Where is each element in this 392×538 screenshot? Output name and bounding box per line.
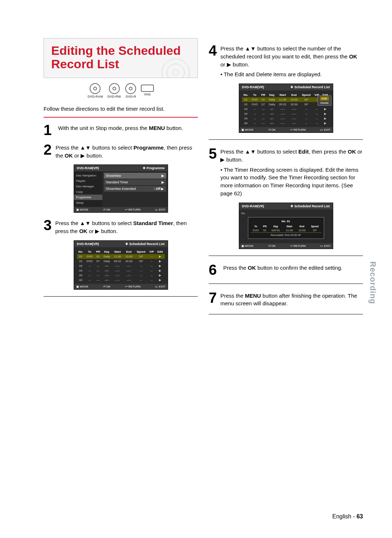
table-row[interactable]: 04-------/----:----:------▶ bbox=[242, 111, 330, 116]
nav-copy[interactable]: Copy bbox=[74, 189, 102, 195]
table-row[interactable]: 05-------/----:----:------▶ bbox=[77, 273, 165, 278]
badge-dvd-r: DVD-R bbox=[125, 83, 136, 98]
divider bbox=[44, 296, 198, 297]
nav-disc-manager[interactable]: Disc Manager bbox=[74, 184, 102, 189]
screen-record-list-popup: DVD-RAM(VR)❖ Scheduled Record List No.To… bbox=[239, 83, 333, 133]
step-3: 3 Press the ▲▼ buttons to select Standar… bbox=[44, 218, 198, 235]
edit-entry-title: No. 01 bbox=[250, 220, 322, 223]
edit-delete-popup: Edit Delete bbox=[318, 95, 331, 106]
screen-header: DVD-RAM(VR) bbox=[77, 166, 99, 170]
decorative-rings bbox=[161, 58, 190, 78]
step-number: 4 bbox=[209, 43, 217, 78]
popup-edit[interactable]: Edit bbox=[320, 97, 328, 101]
options-column: ShowView▶ Standard Timer▶ ShowView Exten… bbox=[102, 171, 168, 207]
popup-delete[interactable]: Delete bbox=[320, 101, 328, 105]
screen-hints: ▣ MOVE⏎ OK↩ RETURN▭ EXIT bbox=[74, 207, 168, 212]
edit-entry-box: No. 01 ToPRDayStartEndSpeed DVD 01 SAT01… bbox=[248, 217, 324, 239]
divider bbox=[209, 314, 363, 314]
step-2: 2 Press the ▲▼ buttons to select Program… bbox=[44, 142, 198, 160]
nav-setup[interactable]: Setup bbox=[74, 200, 102, 205]
divider-red bbox=[44, 117, 198, 118]
opt-standard-timer[interactable]: Standard Timer▶ bbox=[104, 179, 166, 185]
table-header-row: No.ToPRDayStartEndSpeedV/PEdit bbox=[77, 249, 165, 254]
badge-dvd-ram: DVD-RAM bbox=[87, 83, 103, 98]
edit-pr-field[interactable]: 01 bbox=[261, 228, 269, 233]
edit-start-field[interactable]: 11:00 bbox=[283, 228, 296, 233]
table-row[interactable]: 05-------/----:----:------▶ bbox=[242, 116, 330, 121]
screen-subtitle: ❖ Scheduled Record List bbox=[125, 242, 164, 246]
step-6: 6 Press the OK button to confirm the edi… bbox=[209, 262, 363, 277]
step-text: With the unit in Stop mode, press the bbox=[58, 125, 149, 131]
table-row[interactable]: 06-------/----:----:------▶ bbox=[242, 121, 330, 126]
bullet-text: The Edit and Delete items are displayed. bbox=[220, 70, 363, 78]
nav-column: Disc Navigation Playlist Disc Manager Co… bbox=[74, 171, 102, 207]
divider bbox=[209, 139, 363, 140]
edit-to-field[interactable]: DVD bbox=[250, 228, 261, 233]
screen-hints: ▣ MOVE⏎ OK↩ RETURN▭ EXIT bbox=[74, 284, 168, 289]
title-box: Editing the Scheduled Record List bbox=[44, 38, 198, 78]
step-4: 4 Press the ▲▼ buttons to select the num… bbox=[209, 43, 363, 78]
step-5: 5 Press the ▲▼ buttons to select Edit, t… bbox=[209, 146, 363, 197]
screen-edit-entry: DVD-RAM(VR)❖ Scheduled Record List No. N… bbox=[239, 203, 333, 249]
table-row[interactable]: 06-------/----:----:------▶ bbox=[77, 278, 165, 282]
record-table: No.ToPRDayStartEndSpeedV/PEdit 01DVD01Da… bbox=[77, 249, 165, 282]
step-number: 5 bbox=[209, 146, 217, 197]
recordable-time: Recordable Time 02:00 SP bbox=[250, 234, 322, 236]
record-table: No.ToPRDayStartEndSpeedV/PEdit 01DVD01Da… bbox=[242, 93, 330, 126]
intro-text: Follow these directions to edit the time… bbox=[44, 105, 198, 113]
nav-playlist[interactable]: Playlist bbox=[74, 178, 102, 184]
table-row[interactable]: 02DVD07Daily09:2210:30SP bbox=[242, 102, 330, 107]
step-bold: MENU bbox=[149, 125, 165, 131]
table-row[interactable]: 04-------/----:----:------▶ bbox=[77, 268, 165, 273]
svg-point-1 bbox=[167, 64, 184, 78]
table-row[interactable]: 01DVD01Daily11:0013:00SP-- bbox=[242, 97, 330, 102]
nav-programme[interactable]: Programme bbox=[74, 195, 102, 200]
screen-hints: ▣ MOVE⏎ OK↩ RETURN▭ EXIT bbox=[239, 243, 333, 249]
edit-day-field[interactable]: SAT01 bbox=[269, 228, 283, 233]
badge-vhs: VHS bbox=[141, 83, 154, 96]
page-footer: English - 63 bbox=[0, 513, 363, 520]
step-number: 3 bbox=[44, 218, 52, 235]
step-number: 6 bbox=[209, 262, 220, 277]
bullet-text: The Timer Recording screen is displayed.… bbox=[220, 166, 363, 197]
divider bbox=[209, 284, 363, 284]
step-number: 1 bbox=[44, 123, 54, 137]
edit-end-field[interactable]: 13:00 bbox=[296, 228, 309, 233]
screen-hints: ▣ MOVE⏎ OK↩ RETURN▭ EXIT bbox=[239, 127, 333, 133]
opt-showview[interactable]: ShowView▶ bbox=[104, 173, 166, 179]
divider bbox=[209, 256, 363, 256]
screen-programme-menu: DVD-RAM(VR)❖ Programme Disc Navigation P… bbox=[74, 164, 168, 213]
table-row[interactable]: 01DVD01Daily11:0013:00SP--▶ bbox=[77, 254, 165, 259]
opt-showview-extended[interactable]: ShowView Extended: Off ▶ bbox=[104, 186, 166, 192]
media-badges: DVD-RAM DVD-RW DVD-R VHS bbox=[44, 83, 198, 98]
table-row[interactable]: 02DVD07Daily09:2210:30SP--▶ bbox=[77, 259, 165, 264]
step-number: 2 bbox=[44, 142, 52, 160]
svg-point-2 bbox=[173, 70, 179, 76]
footer-language: English - bbox=[332, 513, 357, 519]
step-number: 7 bbox=[209, 290, 217, 308]
screen-subtitle: ❖ Programme bbox=[143, 166, 165, 170]
nav-disc-navigation[interactable]: Disc Navigation bbox=[74, 173, 102, 178]
table-row[interactable]: 03-------/----:----:------▶ bbox=[77, 264, 165, 268]
step-7: 7 Press the MENU button after finishing … bbox=[209, 290, 363, 308]
section-tab-recording: Recording bbox=[368, 261, 377, 304]
screen-header: DVD-RAM(VR) bbox=[77, 242, 99, 246]
table-row[interactable]: 03-------/----:----:------▶ bbox=[242, 107, 330, 111]
footer-page-number: 63 bbox=[356, 513, 363, 519]
screen-record-list: DVD-RAM(VR)❖ Scheduled Record List No.To… bbox=[74, 240, 168, 290]
edit-speed-field[interactable]: SP bbox=[308, 228, 321, 233]
step-1: 1 With the unit in Stop mode, press the … bbox=[44, 123, 198, 137]
badge-dvd-rw: DVD-RW bbox=[107, 83, 121, 98]
svg-point-0 bbox=[162, 59, 189, 78]
